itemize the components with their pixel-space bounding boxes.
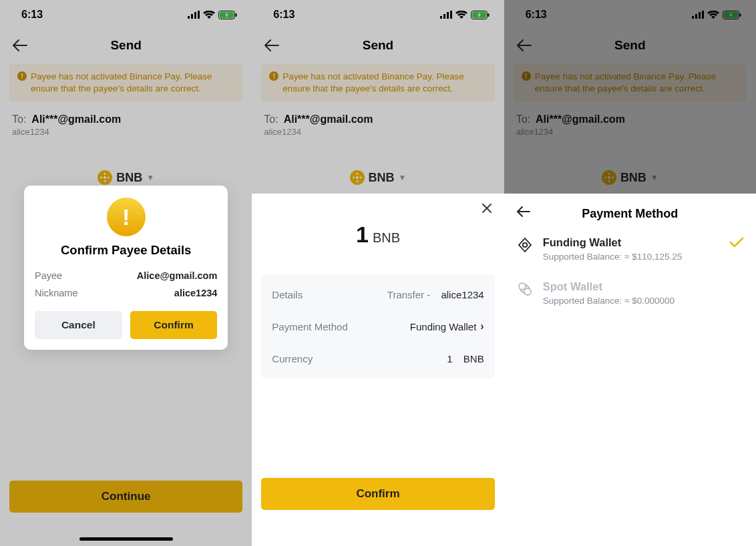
svg-rect-9	[100, 177, 102, 180]
coin-symbol: BNB	[620, 171, 646, 185]
status-icons	[440, 11, 490, 19]
coin-symbol: BNB	[369, 171, 395, 185]
status-time: 6:13	[526, 9, 547, 21]
phone-review-transfer: 6:13 Send ! Payee has not activated Bina…	[252, 0, 504, 546]
amount-card: BNB ▼	[257, 157, 498, 194]
warning-icon: !	[17, 71, 27, 81]
battery-charging-icon	[471, 11, 490, 19]
svg-rect-35	[607, 176, 610, 180]
pm-spot-wallet[interactable]: Spot Wallet Supported Balance: ≈ $0.0000…	[516, 268, 744, 312]
svg-rect-1	[191, 14, 193, 19]
bnb-icon	[98, 170, 112, 185]
svg-rect-13	[443, 14, 445, 19]
svg-rect-31	[608, 173, 610, 175]
svg-rect-10	[108, 177, 110, 180]
continue-button[interactable]: Continue	[9, 481, 242, 513]
svg-rect-12	[440, 16, 442, 19]
amount-display: 1BNB	[261, 222, 494, 248]
wifi-icon	[203, 11, 215, 19]
close-button[interactable]	[482, 203, 492, 214]
modal-nickname-row: Nickname alice1234	[35, 284, 217, 302]
signal-icon	[440, 11, 452, 19]
to-label: To:	[516, 113, 530, 125]
to-nickname: alice1234	[252, 127, 504, 137]
status-bar: 6:13	[252, 0, 504, 29]
arrow-left-icon	[264, 39, 280, 52]
close-icon	[482, 203, 492, 214]
svg-rect-21	[353, 177, 355, 180]
page-title: Send	[363, 38, 393, 53]
sheet-title: Payment Method	[582, 207, 678, 221]
coin-selector[interactable]: BNB ▼	[350, 170, 407, 185]
battery-charging-icon	[218, 11, 237, 19]
back-button[interactable]	[264, 39, 280, 52]
wifi-icon	[455, 11, 467, 19]
to-nickname: alice1234	[0, 127, 252, 137]
payment-method-row[interactable]: Payment Method Funding Wallet›	[272, 310, 484, 342]
to-email: Ali***@gmail.com	[284, 113, 373, 125]
back-button[interactable]	[12, 39, 28, 52]
to-email: Ali***@gmail.com	[31, 113, 121, 125]
signal-icon	[188, 11, 200, 19]
cancel-button[interactable]: Cancel	[35, 311, 122, 339]
svg-rect-34	[612, 177, 614, 180]
bnb-icon	[350, 170, 365, 185]
svg-rect-2	[194, 12, 196, 19]
chevron-down-icon: ▼	[399, 173, 407, 182]
details-row: Details Transfer - alice1234	[272, 278, 484, 310]
to-label: To:	[264, 113, 278, 125]
coin-selector[interactable]: BNB ▼	[602, 170, 658, 185]
to-row: To: Ali***@gmail.com	[252, 108, 504, 127]
pm-funding-wallet[interactable]: Funding Wallet Supported Balance: ≈ $110…	[516, 224, 744, 268]
svg-rect-15	[450, 11, 452, 19]
svg-rect-27	[702, 11, 704, 19]
confirm-button[interactable]: Confirm	[261, 478, 494, 510]
to-row: To: Ali***@gmail.com	[0, 108, 252, 127]
status-bar: 6:13	[0, 0, 252, 29]
sheet-back-button[interactable]	[516, 206, 531, 218]
wifi-icon	[707, 11, 719, 19]
home-indicator[interactable]	[79, 537, 173, 541]
confirm-button[interactable]: Confirm	[130, 311, 218, 339]
svg-rect-32	[608, 180, 610, 182]
amount-card: BNB ▼	[510, 157, 751, 194]
phone-confirm-payee: 6:13 Send ! Payee has not activated Bina…	[0, 0, 252, 546]
chevron-down-icon: ▼	[650, 173, 658, 182]
modal-title: Confirm Payee Details	[35, 243, 217, 258]
currency-row: Currency 1 BNB	[272, 342, 484, 374]
signal-icon	[692, 11, 704, 19]
arrow-left-icon	[516, 39, 532, 52]
warning-banner: ! Payee has not activated Binance Pay. P…	[9, 64, 242, 101]
header: Send	[504, 29, 756, 61]
alert-icon: !	[107, 198, 146, 236]
details-card: Details Transfer - alice1234 Payment Met…	[261, 274, 494, 378]
to-row: To: Ali***@gmail.com	[504, 108, 756, 127]
svg-rect-18	[488, 13, 489, 17]
svg-rect-33	[604, 177, 606, 180]
funding-wallet-icon	[516, 236, 534, 254]
svg-rect-3	[198, 11, 200, 19]
to-email: Ali***@gmail.com	[536, 113, 625, 125]
svg-rect-25	[695, 14, 697, 19]
confirm-payee-modal: ! Confirm Payee Details Payee Alice@gmai…	[24, 186, 228, 350]
header: Send	[252, 29, 504, 61]
status-icons	[692, 11, 741, 19]
chevron-right-icon: ›	[480, 320, 484, 332]
payment-method-sheet: Payment Method Funding Wallet Supported …	[504, 194, 756, 546]
svg-rect-30	[739, 13, 741, 17]
svg-rect-22	[359, 177, 361, 180]
svg-point-36	[522, 243, 526, 247]
warning-icon: !	[522, 71, 531, 81]
coin-selector[interactable]: BNB ▼	[98, 170, 154, 185]
warning-banner: ! Payee has not activated Binance Pay. P…	[514, 64, 747, 101]
svg-rect-26	[699, 12, 701, 19]
review-sheet: 1BNB Details Transfer - alice1234 Paymen…	[252, 194, 504, 546]
arrow-left-icon	[516, 206, 531, 218]
svg-rect-23	[355, 176, 359, 180]
battery-charging-icon	[723, 11, 741, 19]
page-title: Send	[614, 38, 645, 53]
svg-rect-19	[356, 173, 359, 175]
modal-payee-row: Payee Alice@gmail.com	[35, 267, 217, 284]
warning-banner: ! Payee has not activated Binance Pay. P…	[261, 64, 494, 101]
back-button[interactable]	[516, 39, 532, 52]
